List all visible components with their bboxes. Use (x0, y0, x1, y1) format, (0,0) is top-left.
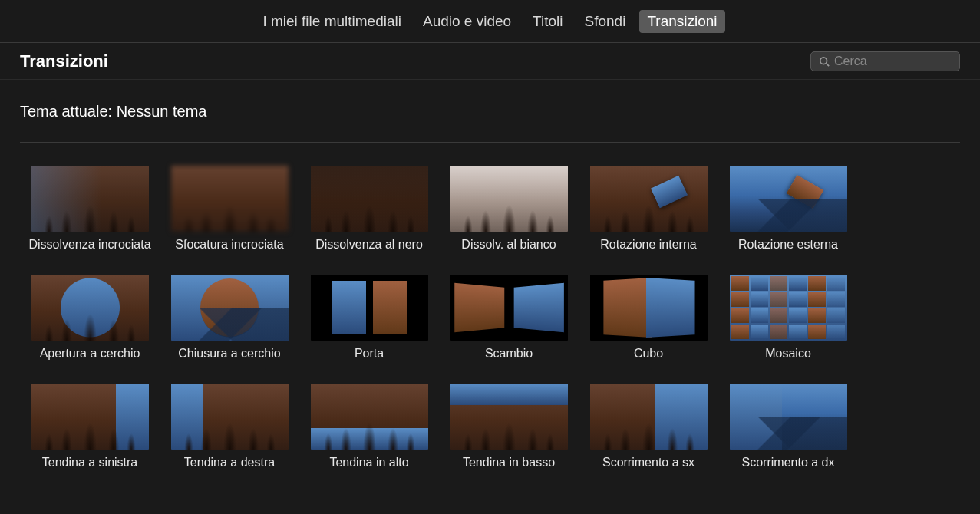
transition-label: Dissolvenza incrociata (28, 238, 150, 252)
transition-label: Chiusura a cerchio (178, 347, 280, 361)
transition-label: Tendina in alto (329, 456, 408, 470)
content-area: Tema attuale: Nessun tema Dissolvenza in… (0, 80, 980, 470)
svg-point-0 (820, 57, 827, 64)
transition-item-circle-close[interactable]: Chiusura a cerchio (160, 275, 299, 361)
transition-label: Mosaico (765, 347, 811, 361)
transition-item-circle-open[interactable]: Apertura a cerchio (20, 275, 160, 361)
transition-item-spin-in[interactable]: Rotazione interna (579, 166, 718, 252)
transition-item-cross-dissolve[interactable]: Dissolvenza incrociata (20, 166, 160, 252)
transitions-grid: Dissolvenza incrociataSfocatura incrocia… (20, 166, 960, 470)
transition-item-slide-right[interactable]: Scorrimento a dx (718, 384, 858, 470)
transition-label: Rotazione esterna (738, 238, 838, 252)
search-icon (819, 56, 830, 67)
transition-label: Cubo (634, 347, 663, 361)
svg-line-1 (827, 63, 830, 66)
transition-label: Dissolv. al bianco (461, 238, 556, 252)
transition-item-fade-white[interactable]: Dissolv. al bianco (439, 166, 579, 252)
sub-header: Transizioni (0, 43, 980, 80)
search-input[interactable] (834, 54, 952, 68)
transition-item-cube[interactable]: Cubo (579, 275, 718, 361)
transition-item-spin-out[interactable]: Rotazione esterna (718, 166, 858, 252)
page-title: Transizioni (20, 51, 108, 71)
transition-label: Porta (355, 347, 384, 361)
tab-audio-video[interactable]: Audio e video (415, 10, 519, 33)
transition-label: Apertura a cerchio (40, 347, 140, 361)
transition-item-doorway[interactable]: Porta (299, 275, 439, 361)
search-box[interactable] (810, 51, 960, 71)
transition-item-fade-black[interactable]: Dissolvenza al nero (299, 166, 439, 252)
tab-titles[interactable]: Titoli (525, 10, 570, 33)
tab-my-media[interactable]: I miei file multimediali (255, 10, 409, 33)
transition-item-wipe-right[interactable]: Tendina a destra (160, 384, 299, 470)
transition-label: Scambio (485, 347, 533, 361)
transition-item-mosaic[interactable]: Mosaico (718, 275, 858, 361)
theme-value: Nessun tema (117, 103, 207, 120)
transition-item-wipe-down[interactable]: Tendina in basso (439, 384, 579, 470)
transition-item-swap[interactable]: Scambio (439, 275, 579, 361)
transition-label: Dissolvenza al nero (315, 238, 423, 252)
transition-label: Tendina a sinistra (42, 456, 138, 470)
transition-label: Rotazione interna (600, 238, 696, 252)
transition-label: Sfocatura incrociata (175, 238, 283, 252)
transition-item-cross-blur[interactable]: Sfocatura incrociata (160, 166, 299, 252)
tab-backgrounds[interactable]: Sfondi (577, 10, 634, 33)
theme-prefix: Tema attuale: (20, 103, 117, 120)
transition-label: Tendina in basso (463, 456, 555, 470)
transition-item-wipe-up[interactable]: Tendina in alto (299, 384, 439, 470)
theme-line: Tema attuale: Nessun tema (20, 103, 960, 143)
transition-label: Scorrimento a sx (602, 456, 695, 470)
transition-item-wipe-left[interactable]: Tendina a sinistra (20, 384, 160, 470)
transition-label: Tendina a destra (184, 456, 275, 470)
transition-item-slide-left[interactable]: Scorrimento a sx (579, 384, 718, 470)
tab-transitions[interactable]: Transizioni (639, 10, 724, 33)
browser-tabs: I miei file multimediali Audio e video T… (0, 0, 980, 43)
transition-label: Scorrimento a dx (742, 456, 835, 470)
